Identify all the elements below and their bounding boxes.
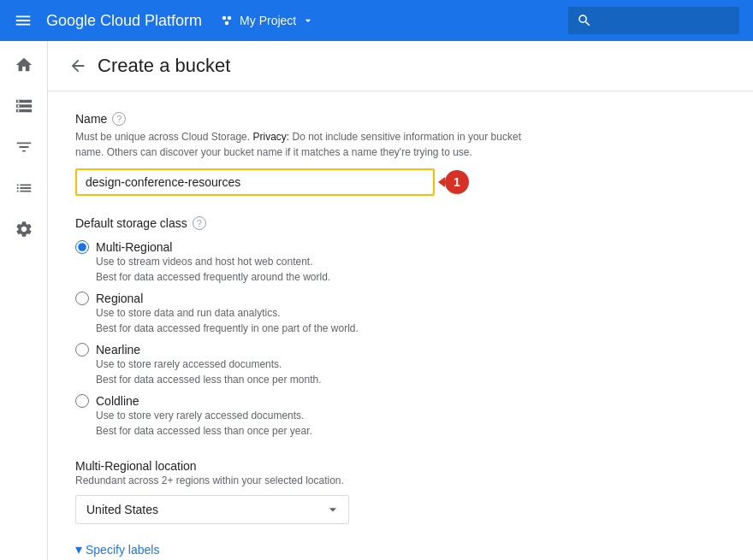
page-title: Create a bucket (98, 55, 230, 77)
storage-class-label: Default storage class (75, 216, 187, 230)
radio-desc-multi-regional: Use to stream videos and host hot web co… (96, 254, 534, 285)
sidebar-item-storage[interactable] (7, 89, 41, 123)
radio-coldline[interactable] (75, 394, 89, 408)
top-nav: Google Cloud Platform My Project (0, 0, 753, 41)
location-description: Redundant across 2+ regions within your … (75, 475, 534, 486)
back-button[interactable] (68, 56, 87, 75)
radio-option-coldline: Coldline Use to store very rarely access… (75, 394, 534, 439)
search-icon (577, 13, 592, 28)
sidebar (0, 41, 48, 560)
svg-point-0 (222, 16, 227, 21)
annotation-badge-1: 1 (445, 170, 469, 194)
sidebar-item-filter[interactable] (7, 130, 41, 164)
location-title: Multi-Regional location (75, 459, 534, 473)
main-content: Create a bucket Name ? Must be unique ac… (48, 41, 753, 560)
name-section: Name ? Must be unique across Cloud Stora… (75, 112, 534, 196)
name-label: Name ? (75, 112, 534, 126)
radio-label-coldline: Coldline (96, 394, 139, 408)
project-selector[interactable]: My Project (219, 13, 315, 28)
storage-class-header: Default storage class ? (75, 216, 534, 230)
location-section: Multi-Regional location Redundant across… (75, 459, 534, 524)
sidebar-item-list[interactable] (7, 171, 41, 205)
radio-option-nearline: Nearline Use to store rarely accessed do… (75, 343, 534, 387)
storage-class-help-icon[interactable]: ? (193, 216, 206, 230)
chevron-down-icon: ▾ (75, 541, 82, 557)
hamburger-menu-icon[interactable] (14, 11, 33, 30)
main-layout: Create a bucket Name ? Must be unique ac… (0, 41, 753, 560)
form-content: Name ? Must be unique across Cloud Stora… (48, 91, 561, 560)
search-bar[interactable] (568, 7, 739, 34)
radio-desc-coldline: Use to store very rarely accessed docume… (96, 408, 534, 439)
bucket-name-input[interactable] (75, 168, 435, 196)
sidebar-item-home[interactable] (7, 48, 41, 82)
name-description: Must be unique across Cloud Storage. Pri… (75, 129, 534, 160)
project-name-label: My Project (240, 14, 296, 27)
radio-desc-nearline: Use to store rarely accessed documents. … (96, 357, 534, 387)
storage-class-section: Default storage class ? Multi-Regional U… (75, 216, 534, 439)
specify-labels-label: Specify labels (86, 543, 159, 557)
radio-nearline[interactable] (75, 343, 89, 357)
sidebar-item-settings[interactable] (7, 212, 41, 246)
radio-label-nearline: Nearline (96, 343, 140, 357)
radio-regional[interactable] (75, 292, 89, 305)
svg-point-1 (228, 16, 232, 21)
app-name-label: Google Cloud Platform (46, 12, 202, 30)
name-input-row: 1 (75, 168, 534, 196)
specify-labels-toggle[interactable]: ▾ Specify labels (75, 541, 534, 557)
svg-point-2 (225, 21, 229, 26)
radio-option-regional: Regional Use to store data and run data … (75, 292, 534, 336)
storage-class-radio-group: Multi-Regional Use to stream videos and … (75, 240, 534, 439)
radio-option-multi-regional: Multi-Regional Use to stream videos and … (75, 240, 534, 285)
radio-label-multi-regional: Multi-Regional (96, 240, 172, 254)
location-select[interactable]: United States European Union Asia (75, 495, 349, 524)
name-help-icon[interactable]: ? (112, 112, 126, 126)
page-header: Create a bucket (48, 41, 753, 91)
radio-desc-regional: Use to store data and run data analytics… (96, 305, 534, 336)
radio-multi-regional[interactable] (75, 240, 89, 254)
radio-label-regional: Regional (96, 292, 143, 305)
